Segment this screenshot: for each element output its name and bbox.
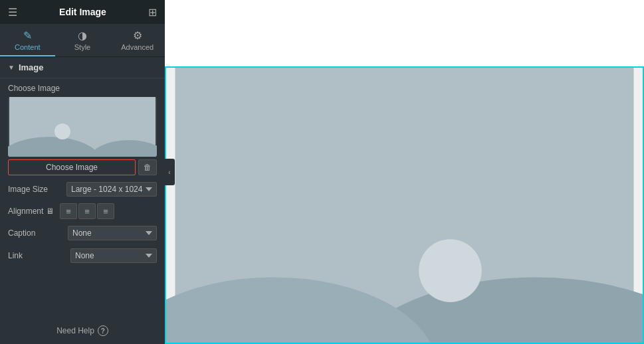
tab-advanced[interactable]: ⚙ Advanced [110,24,165,56]
grid-icon[interactable]: ⊞ [148,6,157,19]
tab-style[interactable]: ◑ Style [55,24,110,56]
help-icon: ? [98,325,108,336]
image-placeholder-svg [8,97,157,157]
caption-select[interactable]: None Attachment Caption Custom Caption [68,226,157,240]
choose-image-container: Choose Image Choose Image 🗑 [0,78,165,178]
link-label: Link [8,251,54,260]
svg-point-7 [419,239,482,302]
content-tab-icon: ✎ [23,29,32,42]
alignment-row: Alignment 🖥 ≡ ≡ ≡ [0,201,165,222]
link-row: Link None Media File Custom URL [0,244,165,267]
need-help-section[interactable]: Need Help ? [0,317,165,344]
style-tab-icon: ◑ [78,29,87,42]
advanced-tab-icon: ⚙ [133,29,142,42]
caption-row: Caption None Attachment Caption Custom C… [0,222,165,244]
tabs-bar: ✎ Content ◑ Style ⚙ Advanced [0,24,165,57]
section-arrow-icon: ▼ [8,64,15,71]
canvas-image-placeholder [166,68,643,343]
sidebar-header: ☰ Edit Image ⊞ [0,0,165,24]
tab-content-label: Content [15,43,41,51]
image-size-row: Image Size Thumbnail Medium Large - 1024… [0,178,165,201]
svg-point-3 [54,124,70,139]
collapse-handle[interactable]: ‹ [164,159,175,185]
link-select[interactable]: None Media File Custom URL [70,248,157,263]
align-right-button[interactable]: ≡ [97,203,114,219]
monitor-icon: 🖥 [46,207,54,216]
sidebar-content: ▼ Image Choose Image Choose Image 🗑 [0,57,165,317]
canvas-white-area [165,0,644,66]
image-section-header[interactable]: ▼ Image [0,57,165,78]
hamburger-icon[interactable]: ☰ [8,6,17,19]
align-left-button[interactable]: ≡ [60,203,77,219]
image-section-label: Image [19,62,44,72]
choose-image-button[interactable]: Choose Image [8,159,136,175]
alignment-buttons: ≡ ≡ ≡ [60,203,114,219]
delete-image-button[interactable]: 🗑 [138,159,157,175]
choose-image-label: Choose Image [8,84,157,93]
caption-label: Caption [8,228,54,238]
main-canvas [165,0,644,344]
header-title: Edit Image [59,7,106,17]
sidebar: ☰ Edit Image ⊞ ✎ Content ◑ Style ⚙ Advan… [0,0,165,344]
choose-image-btn-row: Choose Image 🗑 [8,159,157,175]
image-size-label: Image Size [8,185,54,194]
tab-style-label: Style [74,43,90,51]
tab-advanced-label: Advanced [121,43,154,51]
image-widget [165,66,644,344]
tab-content[interactable]: ✎ Content [0,24,55,56]
alignment-label: Alignment 🖥 [8,207,54,216]
alignment-text: Alignment [8,207,43,216]
align-center-button[interactable]: ≡ [78,203,96,219]
need-help-label: Need Help [56,326,94,335]
image-preview [8,97,157,157]
image-size-select[interactable]: Thumbnail Medium Large - 1024 x 1024 Ful… [66,182,157,197]
